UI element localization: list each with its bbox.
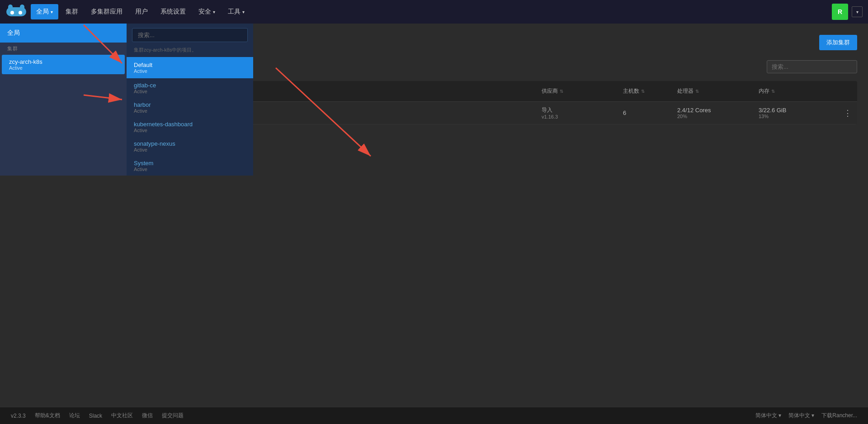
- namespace-item-gitlab[interactable]: gitlab-ce Active: [127, 78, 253, 98]
- footer-download[interactable]: 下载Rancher...: [821, 412, 857, 419]
- dropdown-arrow-button[interactable]: ▾: [852, 6, 863, 17]
- namespace-name-gitlab: gitlab-ce: [134, 82, 246, 89]
- cluster-name-zcy: zcy-arch-k8s: [9, 58, 118, 65]
- col-provider[interactable]: 供应商 ⇅: [536, 86, 618, 97]
- cluster-section-label: 集群: [0, 43, 127, 54]
- namespace-status-default: Active: [134, 68, 246, 74]
- svg-point-3: [10, 11, 14, 14]
- footer-right: 简体中文 ▾ 简体中文 ▾ 下载Rancher...: [755, 412, 857, 419]
- footer-forum[interactable]: 论坛: [69, 412, 80, 419]
- footer-slack[interactable]: Slack: [89, 413, 102, 419]
- nav-global[interactable]: 全局 ▾: [31, 4, 58, 19]
- nav-settings[interactable]: 系统设置: [155, 4, 191, 19]
- col-cpu[interactable]: 处理器 ⇅: [672, 86, 753, 97]
- sort-icon: ⇅: [641, 89, 645, 94]
- chevron-down-icon: ▾: [242, 10, 245, 14]
- version-text: v2.3.3: [11, 413, 26, 419]
- svg-rect-1: [8, 5, 13, 11]
- namespace-item-harbor[interactable]: harbor Active: [127, 98, 253, 117]
- cluster-item-zcy[interactable]: zcy-arch-k8s Active: [2, 55, 125, 74]
- footer-language-label[interactable]: 简体中文 ▾: [788, 412, 814, 419]
- col-hosts[interactable]: 主机数 ⇅: [618, 86, 672, 97]
- col-memory[interactable]: 内存 ⇅: [753, 86, 835, 97]
- logo[interactable]: [5, 4, 27, 20]
- nav-multicluster-app[interactable]: 多集群应用: [85, 4, 128, 19]
- footer-wechat[interactable]: 微信: [142, 412, 153, 419]
- top-nav: 全局 ▾ 集群 多集群应用 用户 系统设置 安全 ▾ 工具 ▾ R ▾: [0, 0, 868, 24]
- namespace-item-system[interactable]: System Active: [127, 156, 253, 176]
- col-actions: [835, 86, 857, 97]
- nav-tools[interactable]: 工具 ▾: [222, 4, 250, 19]
- nav-users[interactable]: 用户: [130, 4, 153, 19]
- row-actions-cell: ⋮: [835, 104, 857, 123]
- namespace-status-harbor: Active: [134, 108, 246, 114]
- namespace-name-nexus: sonatype-nexus: [134, 140, 246, 147]
- footer: v2.3.3 帮助&文档 论坛 Slack 中文社区 微信 提交问题 简体中文 …: [0, 407, 868, 424]
- namespace-name-default: Default: [134, 62, 246, 68]
- row-provider-cell: 导入 v1.16.3: [536, 102, 618, 124]
- chevron-down-icon: ▾: [51, 10, 53, 14]
- global-option[interactable]: 全局: [0, 24, 127, 43]
- sort-icon: ⇅: [560, 89, 563, 94]
- namespace-status-nexus: Active: [134, 147, 246, 152]
- ns-hint-text: 集群zcy-arch-k8s中的项目。: [127, 45, 253, 57]
- namespace-item-k8s-dashboard[interactable]: kubernetes-dashboard Active: [127, 117, 253, 137]
- svg-rect-2: [20, 5, 24, 11]
- user-menu-button[interactable]: R: [832, 4, 848, 20]
- namespace-name-system: System: [134, 160, 246, 167]
- nav-right: R ▾: [832, 4, 863, 20]
- namespace-item-default[interactable]: Default Active: [127, 57, 253, 78]
- nav-items: 全局 ▾ 集群 多集群应用 用户 系统设置 安全 ▾ 工具 ▾: [31, 4, 832, 19]
- global-dropdown: 全局 集群 zcy-arch-k8s Active 集群zcy-arch-k8s…: [0, 24, 253, 176]
- namespace-search-input[interactable]: [132, 28, 248, 42]
- footer-issues[interactable]: 提交问题: [162, 412, 184, 419]
- namespace-selector-panel: 集群zcy-arch-k8s中的项目。 Default Active gitla…: [127, 24, 253, 176]
- row-memory-cell: 3/22.6 GiB 13%: [753, 102, 835, 124]
- chevron-down-icon: ▾: [213, 10, 215, 14]
- table-search-input[interactable]: [767, 60, 857, 73]
- footer-help[interactable]: 帮助&文档: [35, 412, 60, 419]
- namespace-name-harbor: harbor: [134, 101, 246, 108]
- table-search-wrapper: [767, 60, 857, 73]
- chevron-down-icon: ▾: [856, 10, 859, 14]
- nav-cluster[interactable]: 集群: [60, 4, 84, 19]
- namespace-name-k8s-dashboard: kubernetes-dashboard: [134, 121, 246, 128]
- row-hosts-cell: 6: [618, 105, 672, 121]
- sort-icon: ⇅: [771, 89, 775, 94]
- row-cpu-cell: 2.4/12 Cores 20%: [672, 102, 753, 124]
- user-icon: R: [838, 8, 842, 15]
- namespace-status-k8s-dashboard: Active: [134, 128, 246, 133]
- cluster-selector-panel: 全局 集群 zcy-arch-k8s Active: [0, 24, 127, 176]
- add-cluster-button[interactable]: 添加集群: [819, 35, 857, 50]
- row-more-button[interactable]: ⋮: [840, 108, 855, 118]
- svg-point-4: [19, 11, 22, 14]
- namespace-item-nexus[interactable]: sonatype-nexus Active: [127, 137, 253, 156]
- nav-security[interactable]: 安全 ▾: [193, 4, 221, 19]
- footer-chinese-community[interactable]: 中文社区: [111, 412, 133, 419]
- footer-language[interactable]: 简体中文 ▾: [755, 412, 781, 419]
- cluster-status-zcy: Active: [9, 65, 118, 71]
- namespace-status-system: Active: [134, 167, 246, 172]
- namespace-status-gitlab: Active: [134, 89, 246, 94]
- sort-icon: ⇅: [695, 89, 699, 94]
